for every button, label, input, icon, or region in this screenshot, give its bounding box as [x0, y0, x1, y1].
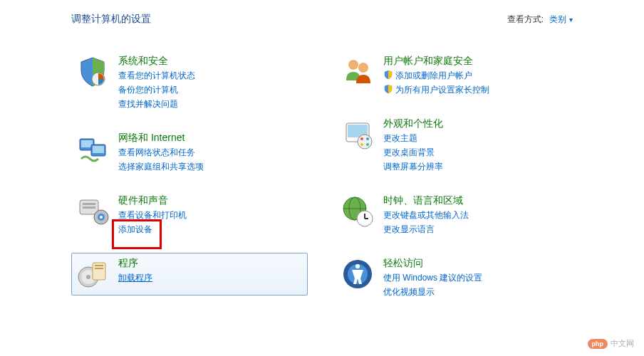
- category-title[interactable]: 外观和个性化: [383, 117, 443, 130]
- link-row: 使用 Windows 建议的设置: [383, 272, 482, 284]
- header: 调整计算机的设置 查看方式: 类别: [0, 0, 644, 36]
- category-title[interactable]: 程序: [118, 257, 152, 270]
- svg-point-24: [360, 143, 363, 146]
- category-hardware-sound[interactable]: 硬件和声音查看设备和打印机添加设备: [71, 190, 308, 240]
- svg-rect-15: [95, 265, 103, 266]
- category-title[interactable]: 轻松访问: [383, 257, 482, 270]
- category-network-internet[interactable]: 网络和 Internet查看网络状态和任务选择家庭组和共享选项: [71, 127, 308, 177]
- category-title[interactable]: 用户帐户和家庭安全: [383, 55, 489, 68]
- svg-point-22: [360, 137, 363, 140]
- link-row: 查看设备和打印机: [118, 209, 187, 221]
- category-link[interactable]: 查看设备和打印机: [118, 209, 187, 221]
- category-link[interactable]: 备份您的计算机: [118, 84, 178, 96]
- network-internet-icon: [76, 132, 110, 166]
- system-security-icon: [76, 55, 110, 89]
- watermark: php 中文网: [588, 338, 635, 349]
- link-row: 更改桌面背景: [383, 147, 443, 159]
- svg-point-25: [366, 143, 369, 146]
- hardware-sound-icon: [76, 194, 110, 229]
- link-row: 添加或删除用户帐户: [383, 70, 489, 82]
- ease-of-access-icon: [341, 257, 375, 291]
- svg-rect-4: [93, 146, 104, 153]
- category-link[interactable]: 添加设备: [118, 224, 152, 236]
- category-link[interactable]: 添加或删除用户帐户: [395, 70, 472, 82]
- clock-language-icon: [341, 194, 375, 229]
- svg-point-13: [86, 275, 90, 279]
- category-text: 系统和安全查看您的计算机状态备份您的计算机查找并解决问题: [118, 55, 195, 110]
- category-link[interactable]: 更改主题: [383, 132, 417, 145]
- category-text: 用户帐户和家庭安全添加或删除用户帐户为所有用户设置家长控制: [383, 55, 489, 96]
- category-link[interactable]: 更改桌面背景: [383, 147, 435, 159]
- category-user-accounts[interactable]: 用户帐户和家庭安全添加或删除用户帐户为所有用户设置家长控制: [336, 51, 573, 100]
- category-link[interactable]: 优化视频显示: [383, 286, 435, 298]
- category-ease-of-access[interactable]: 轻松访问使用 Windows 建议的设置优化视频显示: [336, 253, 573, 303]
- link-row: 添加设备: [118, 224, 187, 236]
- link-row: 更改显示语言: [383, 224, 469, 236]
- watermark-badge: php: [588, 339, 608, 349]
- view-by-label: 查看方式:: [507, 14, 544, 26]
- programs-icon: [76, 257, 110, 291]
- view-by-dropdown[interactable]: 类别: [549, 14, 573, 26]
- right-column: 用户帐户和家庭安全添加或删除用户帐户为所有用户设置家长控制外观和个性化更改主题更…: [336, 51, 573, 303]
- category-text: 程序卸载程序: [118, 257, 152, 291]
- category-title[interactable]: 时钟、语言和区域: [383, 194, 469, 207]
- category-title[interactable]: 系统和安全: [118, 55, 195, 68]
- category-link[interactable]: 使用 Windows 建议的设置: [383, 272, 482, 284]
- categories-panel: 系统和安全查看您的计算机状态备份您的计算机查找并解决问题网络和 Internet…: [0, 36, 644, 317]
- view-by: 查看方式: 类别: [507, 14, 573, 26]
- shield-icon: [383, 84, 393, 96]
- category-link[interactable]: 更改显示语言: [383, 224, 435, 236]
- user-accounts-icon: [341, 55, 375, 89]
- category-clock-language[interactable]: 时钟、语言和区域更改键盘或其他输入法更改显示语言: [336, 190, 573, 240]
- category-title[interactable]: 硬件和声音: [118, 194, 187, 207]
- page-title: 调整计算机的设置: [71, 13, 151, 26]
- link-row: 为所有用户设置家长控制: [383, 84, 489, 96]
- category-link[interactable]: 选择家庭组和共享选项: [118, 161, 204, 173]
- svg-point-34: [355, 264, 360, 268]
- category-link[interactable]: 调整屏幕分辨率: [383, 161, 443, 173]
- category-link[interactable]: 为所有用户设置家长控制: [395, 84, 489, 96]
- category-text: 硬件和声音查看设备和打印机添加设备: [118, 194, 187, 236]
- category-title[interactable]: 网络和 Internet: [118, 132, 204, 145]
- link-row: 调整屏幕分辨率: [383, 161, 443, 173]
- svg-rect-7: [83, 206, 95, 209]
- svg-point-23: [366, 137, 369, 140]
- category-link[interactable]: 查找并解决问题: [118, 98, 178, 110]
- link-row: 查看您的计算机状态: [118, 70, 195, 82]
- category-link[interactable]: 查看网络状态和任务: [118, 147, 195, 159]
- link-row: 查看网络状态和任务: [118, 147, 204, 159]
- svg-rect-6: [83, 203, 95, 205]
- svg-point-17: [348, 60, 358, 70]
- link-row: 卸载程序: [118, 272, 152, 284]
- svg-point-10: [100, 216, 103, 219]
- category-link[interactable]: 卸载程序: [118, 272, 152, 284]
- category-text: 外观和个性化更改主题更改桌面背景调整屏幕分辨率: [383, 117, 443, 173]
- link-row: 优化视频显示: [383, 286, 482, 298]
- category-text: 轻松访问使用 Windows 建议的设置优化视频显示: [383, 257, 482, 298]
- link-row: 选择家庭组和共享选项: [118, 161, 204, 173]
- watermark-text: 中文网: [611, 338, 634, 349]
- appearance-icon: [341, 117, 375, 152]
- category-system-security[interactable]: 系统和安全查看您的计算机状态备份您的计算机查找并解决问题: [71, 51, 308, 115]
- link-row: 更改键盘或其他输入法: [383, 209, 469, 221]
- category-link[interactable]: 更改键盘或其他输入法: [383, 209, 469, 221]
- svg-rect-16: [95, 268, 103, 269]
- svg-point-21: [358, 135, 372, 149]
- category-text: 网络和 Internet查看网络状态和任务选择家庭组和共享选项: [118, 132, 204, 173]
- left-column: 系统和安全查看您的计算机状态备份您的计算机查找并解决问题网络和 Internet…: [71, 51, 308, 303]
- link-row: 更改主题: [383, 132, 443, 145]
- category-appearance[interactable]: 外观和个性化更改主题更改桌面背景调整屏幕分辨率: [336, 113, 573, 177]
- category-programs[interactable]: 程序卸载程序: [71, 253, 308, 295]
- link-row: 备份您的计算机: [118, 84, 195, 96]
- category-text: 时钟、语言和区域更改键盘或其他输入法更改显示语言: [383, 194, 469, 236]
- category-link[interactable]: 查看您的计算机状态: [118, 70, 195, 82]
- shield-icon: [383, 70, 393, 82]
- svg-point-18: [358, 63, 368, 73]
- link-row: 查找并解决问题: [118, 98, 195, 110]
